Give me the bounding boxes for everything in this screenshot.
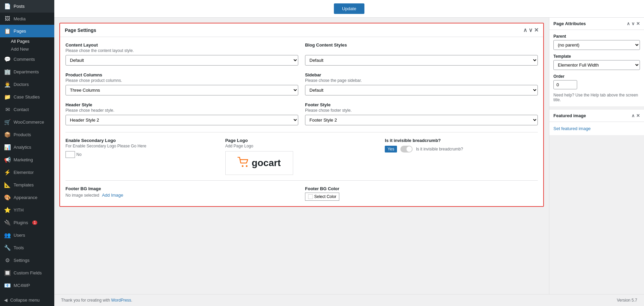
top-bar: Update xyxy=(54,0,644,18)
page-attributes-title: Page Attributes xyxy=(553,21,586,26)
content-layout-select[interactable]: Default Full Width Left Sidebar Right Si… xyxy=(65,55,298,66)
secondary-logo-field: Enable Secondary Logo For Enable Seconda… xyxy=(65,138,219,175)
sidebar-item-appearance[interactable]: 🎨 Appearance xyxy=(0,191,54,204)
order-label: Order xyxy=(553,74,640,79)
sidebar-item-media[interactable]: 🖼 Media xyxy=(0,13,54,25)
sidebar-item-posts[interactable]: 📄 Posts xyxy=(0,0,54,13)
templates-icon: 📐 xyxy=(4,182,11,188)
page-attributes-header: Page Attributes ∧ ∨ ✕ xyxy=(549,18,644,30)
sidebar-field-desc: Please chose the page sidebar. xyxy=(305,78,538,83)
footer-credit: Thank you for creating with WordPress. xyxy=(61,298,132,303)
sidebar-sub-add-new[interactable]: Add New xyxy=(0,45,54,53)
sidebar-item-media-label: Media xyxy=(14,16,25,21)
collapse-down-icon[interactable]: ∨ xyxy=(529,27,533,33)
logo-container[interactable]: gocart xyxy=(225,151,293,175)
sidebar: 📄 Posts 🖼 Media 📋 Pages All Pages Add Ne… xyxy=(0,0,54,306)
sidebar-sub-all-pages[interactable]: All Pages xyxy=(0,37,54,45)
blog-content-styles-select[interactable]: Default Style 1 Style 2 xyxy=(305,55,538,66)
sidebar-item-custom-fields[interactable]: 🔲 Custom Fields xyxy=(0,267,54,279)
contact-icon: ✉ xyxy=(4,106,11,113)
secondary-logo-toggle: No xyxy=(65,151,219,158)
page-logo-field: Page Logo Add Page Logo xyxy=(225,138,378,175)
breadcrumb-toggle[interactable] xyxy=(400,146,413,152)
row-columns-sidebar: Product Columns Please chose product col… xyxy=(65,72,538,95)
sidebar-item-doctors-label: Doctors xyxy=(14,82,29,87)
sidebar-item-plugins[interactable]: 🔌 Plugins 1 xyxy=(0,216,54,229)
wordpress-link[interactable]: WordPress xyxy=(111,298,131,303)
sidebar-item-case-studies[interactable]: 📁 Case Studies xyxy=(0,91,54,103)
yith-icon: ⭐ xyxy=(4,207,11,213)
cart-icon xyxy=(238,157,250,169)
add-image-button[interactable]: Add Image xyxy=(102,193,123,198)
blog-content-styles-label: Blog Content Styles xyxy=(305,42,538,48)
header-style-select[interactable]: Header Style 1 Header Style 2 Header Sty… xyxy=(65,115,298,125)
pages-icon: 📋 xyxy=(4,28,11,34)
sidebar-item-woocommerce[interactable]: 🛒 WooCommerce xyxy=(0,116,54,128)
sidebar-item-elementor-label: Elementor xyxy=(14,170,34,175)
page-attributes-body: Parent (no parent) Template Default Temp… xyxy=(549,30,644,106)
sidebar-item-users[interactable]: 👥 Users xyxy=(0,229,54,241)
set-featured-image-link[interactable]: Set featured image xyxy=(553,126,591,131)
parent-select[interactable]: (no parent) xyxy=(553,40,640,50)
sidebar-item-tools-label: Tools xyxy=(14,245,24,250)
collapse-menu-button[interactable]: ◀ Collapse menu xyxy=(0,294,54,306)
update-button[interactable]: Update xyxy=(334,3,364,14)
sidebar-item-elementor[interactable]: ⚡ Elementor xyxy=(0,166,54,179)
chevron-up-icon[interactable]: ∧ xyxy=(627,21,630,26)
products-icon: 📦 xyxy=(4,131,11,138)
close-panel-icon[interactable]: ✕ xyxy=(636,21,640,26)
media-icon: 🖼 xyxy=(4,16,11,22)
order-input[interactable] xyxy=(553,80,577,89)
page-body: Page Settings ∧ ∨ ✕ Content Layout Pleas… xyxy=(54,18,644,294)
template-select[interactable]: Default Template Elementor Full Width El… xyxy=(553,60,640,70)
product-columns-select[interactable]: Three Columns Two Columns Four Columns xyxy=(65,85,298,95)
right-sidebar: Page Attributes ∧ ∨ ✕ Parent (no parent)… xyxy=(549,18,644,294)
select-color-button[interactable]: Select Color xyxy=(305,193,339,201)
sidebar-item-tools[interactable]: 🔧 Tools xyxy=(0,241,54,254)
featured-image-body: Set featured image xyxy=(549,122,644,135)
sidebar-item-appearance-label: Appearance xyxy=(14,195,37,200)
users-icon: 👥 xyxy=(4,232,11,238)
sidebar-item-plugins-label: Plugins xyxy=(14,220,28,225)
sidebar-item-comments[interactable]: 💬 Comments xyxy=(0,53,54,66)
sidebar-item-templates[interactable]: 📐 Templates xyxy=(0,179,54,191)
secondary-logo-toggle-box[interactable] xyxy=(65,151,75,158)
featured-image-actions: ∧ ✕ xyxy=(631,113,640,118)
no-image-text: No image selected xyxy=(65,193,99,198)
sidebar-item-marketing[interactable]: 📢 Marketing xyxy=(0,154,54,166)
product-columns-field: Product Columns Please chose product col… xyxy=(65,72,298,95)
sidebar-item-departments[interactable]: 🏢 Departments xyxy=(0,66,54,78)
sidebar-select[interactable]: Default Left Right None xyxy=(305,85,538,95)
chevron-up-icon2[interactable]: ∧ xyxy=(631,113,635,118)
sidebar-item-departments-label: Departments xyxy=(14,69,39,74)
chevron-down-icon[interactable]: ∨ xyxy=(631,21,635,26)
close-featured-icon[interactable]: ✕ xyxy=(636,113,640,118)
breadcrumb-desc: Is it invisible breadcrumb? xyxy=(416,147,463,151)
tools-icon: 🔧 xyxy=(4,245,11,251)
page-settings-body: Content Layout Please chose the content … xyxy=(60,37,543,206)
mc4wp-icon: 📧 xyxy=(4,282,11,289)
sidebar-item-pages[interactable]: 📋 Pages xyxy=(0,25,54,37)
sidebar-item-doctors[interactable]: 👨‍⚕️ Doctors xyxy=(0,78,54,91)
sidebar-field: Sidebar Please chose the page sidebar. D… xyxy=(305,72,538,95)
sidebar-item-settings[interactable]: ⚙ Settings xyxy=(0,254,54,267)
page-settings-title: Page Settings xyxy=(65,28,96,33)
doctors-icon: 👨‍⚕️ xyxy=(4,81,11,88)
breadcrumb-field: Is it invisible breadcrumb? Yes Is it in… xyxy=(385,138,538,175)
collapse-up-icon[interactable]: ∧ xyxy=(523,27,527,33)
marketing-icon: 📢 xyxy=(4,157,11,163)
sidebar-item-products[interactable]: 📦 Products xyxy=(0,128,54,141)
sidebar-item-pages-label: Pages xyxy=(14,29,26,34)
sidebar-item-mc4wp[interactable]: 📧 MC4WP xyxy=(0,279,54,292)
sidebar-item-templates-label: Templates xyxy=(14,182,34,187)
sidebar-item-yith[interactable]: ⭐ YITH xyxy=(0,204,54,216)
sidebar-item-case-studies-label: Case Studies xyxy=(14,94,40,100)
comments-icon: 💬 xyxy=(4,56,11,62)
sidebar-item-contact[interactable]: ✉ Contact xyxy=(0,103,54,116)
sidebar-item-analytics[interactable]: 📊 Analytics xyxy=(0,141,54,154)
footer-style-select[interactable]: Footer Style 1 Footer Style 2 Footer Sty… xyxy=(305,115,538,125)
product-columns-label: Product Columns xyxy=(65,72,298,77)
close-settings-icon[interactable]: ✕ xyxy=(534,27,538,33)
row-layout-blog: Content Layout Please chose the content … xyxy=(65,42,538,66)
page-settings-box: Page Settings ∧ ∨ ✕ Content Layout Pleas… xyxy=(59,23,544,207)
